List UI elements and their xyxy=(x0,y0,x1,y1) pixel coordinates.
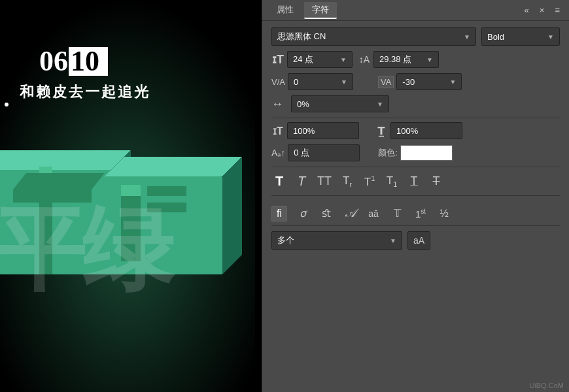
tracking-group: VA -30 ▼ xyxy=(378,73,462,90)
baseline-field[interactable]: 0 点 xyxy=(288,144,360,161)
menu-icon[interactable]: ≡ xyxy=(552,4,562,16)
fi-ligature-button[interactable]: fi xyxy=(271,206,287,221)
baseline-value: 0 点 xyxy=(294,147,309,159)
superscript-button[interactable]: T1 xyxy=(362,173,377,190)
hscale-field[interactable]: 100% xyxy=(390,122,462,139)
language-dropdown[interactable]: 多个 ▼ xyxy=(271,231,402,250)
vscale-icon: ɪT xyxy=(271,125,284,137)
bold-button[interactable]: T xyxy=(271,172,287,190)
font-size-group: ɪT 24 点 ▼ xyxy=(271,51,353,68)
kerning-label: V/A xyxy=(271,77,285,87)
contextual-button[interactable]: 𝕋 xyxy=(389,206,405,221)
svg-marker-8 xyxy=(13,173,105,189)
font-size-value: 24 点 xyxy=(293,54,313,65)
size-row: ɪT 24 点 ▼ ↕A 29.38 点 ▼ xyxy=(271,51,560,68)
hscale-icon: T̲ xyxy=(375,125,388,137)
scale-field[interactable]: 0% ▼ xyxy=(291,95,389,112)
italic-button[interactable]: T xyxy=(294,172,309,190)
st-ligature-button[interactable]: ﬆ xyxy=(319,206,334,221)
hscale-group: T̲ 100% xyxy=(375,122,462,139)
tab-characters[interactable]: 字符 xyxy=(304,2,337,19)
font-style-chevron: ▼ xyxy=(547,33,554,41)
collapse-icon[interactable]: « xyxy=(522,4,532,16)
kerning-group: V/A 0 ▼ xyxy=(271,73,353,90)
color-label: 颜色: xyxy=(378,147,398,159)
svg-text:平绿: 平绿 xyxy=(0,199,176,301)
underline-button[interactable]: T xyxy=(406,173,422,189)
strikethrough-button[interactable]: T xyxy=(428,173,444,189)
panel-header: 属性 字符 « × ≡ xyxy=(262,0,569,21)
svg-rect-13 xyxy=(147,186,186,196)
font-size-chevron: ▼ xyxy=(340,56,347,63)
line-height-value: 29.38 点 xyxy=(379,54,411,65)
panel-tabs: 属性 字符 xyxy=(269,2,337,19)
panel-header-icons: « × ≡ xyxy=(522,4,562,16)
font-style-dropdown[interactable]: Bold ▼ xyxy=(481,27,560,46)
font-family-dropdown[interactable]: 思源黑体 CN ▼ xyxy=(271,27,476,46)
canvas-svg: 平绿 06. 10 和赖皮去一起追光 xyxy=(0,0,255,392)
typography-row: T T TT Tr T1 T1 T T xyxy=(271,167,560,196)
antialiasing-label: aA xyxy=(413,235,424,246)
character-panel: 属性 字符 « × ≡ 思源黑体 CN ▼ Bold ▼ ɪT xyxy=(262,0,569,392)
baseline-color-row: Aₐ↑ 0 点 颜色: xyxy=(271,144,560,161)
vscale-value: 100% xyxy=(293,126,315,136)
tracking-value: -30 xyxy=(402,77,415,87)
font-row: 思源黑体 CN ▼ Bold ▼ xyxy=(271,27,560,46)
kerning-chevron: ▼ xyxy=(341,78,347,86)
swash-button[interactable]: 𝒜 xyxy=(342,205,358,221)
ordinal-button[interactable]: 1st xyxy=(413,206,428,221)
tracking-field[interactable]: -30 ▼ xyxy=(396,73,462,90)
ornament-button[interactable]: ơ xyxy=(295,206,311,221)
kerning-row: V/A 0 ▼ VA -30 ▼ xyxy=(271,73,560,90)
svg-marker-15 xyxy=(121,185,141,196)
line-height-icon: ↕A xyxy=(358,54,371,65)
canvas-area: 平绿 06. 10 和赖皮去一起追光 xyxy=(0,0,255,392)
smallcaps-button[interactable]: Tr xyxy=(339,173,355,189)
subscript-button[interactable]: T1 xyxy=(384,173,400,189)
line-height-field[interactable]: 29.38 点 ▼ xyxy=(373,51,439,68)
color-group: 颜色: xyxy=(378,145,453,161)
close-icon[interactable]: × xyxy=(537,4,547,16)
vscale-row: ɪT 100% T̲ 100% xyxy=(271,122,560,139)
watermark: UiBQ.CoM xyxy=(529,382,564,389)
scale-value: 0% xyxy=(297,99,309,109)
font-family-chevron: ▼ xyxy=(464,33,470,41)
line-height-chevron: ▼ xyxy=(426,56,433,63)
vscale-group: ɪT 100% xyxy=(271,122,359,139)
tracking-icon: VA xyxy=(378,76,394,88)
baseline-group: Aₐ↑ 0 点 xyxy=(271,144,360,161)
scale-chevron: ▼ xyxy=(377,101,383,108)
separator-1 xyxy=(271,118,560,118)
tab-properties[interactable]: 属性 xyxy=(269,2,302,19)
titling-button[interactable]: aā xyxy=(366,207,381,220)
language-chevron: ▼ xyxy=(390,237,396,244)
svg-marker-10 xyxy=(105,157,242,176)
kerning-field[interactable]: 0 ▼ xyxy=(288,73,353,90)
fraction-button[interactable]: ½ xyxy=(436,206,452,221)
tracking-chevron: ▼ xyxy=(449,78,456,86)
scale-icon: ↔ xyxy=(271,97,286,111)
vscale-field[interactable]: 100% xyxy=(287,122,359,139)
antialiasing-button[interactable]: aA xyxy=(407,231,430,250)
font-style-value: Bold xyxy=(487,32,504,42)
allcaps-button[interactable]: TT xyxy=(316,173,333,189)
scale-row: ↔ 0% ▼ xyxy=(271,95,560,112)
font-size-field[interactable]: 24 点 ▼ xyxy=(287,51,353,68)
language-value: 多个 xyxy=(277,235,294,246)
svg-text:和赖皮去一起追光: 和赖皮去一起追光 xyxy=(19,84,150,100)
hscale-value: 100% xyxy=(396,126,418,136)
color-swatch[interactable] xyxy=(400,145,453,161)
panel-content: 思源黑体 CN ▼ Bold ▼ ɪT 24 点 ▼ ↕A 29.38 点 xyxy=(262,21,569,256)
svg-point-21 xyxy=(5,103,9,106)
svg-marker-3 xyxy=(0,150,131,170)
svg-text:10: 10 xyxy=(71,45,99,77)
svg-marker-11 xyxy=(222,157,242,274)
kerning-value: 0 xyxy=(294,77,298,87)
line-height-group: ↕A 29.38 点 ▼ xyxy=(358,51,439,68)
font-family-value: 思源黑体 CN xyxy=(277,31,326,42)
bottom-row: 多个 ▼ aA xyxy=(271,231,560,250)
font-size-icon: ɪT xyxy=(271,52,284,67)
baseline-icon: Aₐ↑ xyxy=(271,148,285,158)
opentype-row: fi ơ ﬆ 𝒜 aā 𝕋 1st ½ xyxy=(271,201,560,226)
